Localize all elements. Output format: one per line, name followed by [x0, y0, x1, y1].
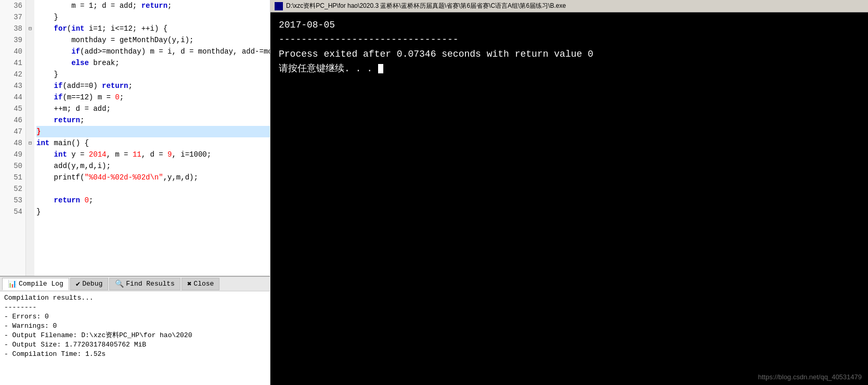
code-segment: y = — [67, 150, 89, 159]
code-segment: (add==0) — [62, 82, 102, 90]
log-line: - Compilation Time: 1.52s — [4, 350, 266, 359]
code-segment: ++m; d = add; — [36, 105, 111, 113]
code-segment: monthday = getMonthDay(y,i); — [36, 36, 193, 44]
code-segment: ; — [128, 82, 132, 90]
cursor-block — [378, 64, 383, 73]
code-content: 36373839404142434445464748495051525354 ⊟… — [0, 0, 270, 276]
code-line: for(int i=1; i<=12; ++i) { — [36, 23, 270, 34]
line-number: 50 — [0, 160, 22, 172]
code-lines: m = 1; d = add; return; } for(int i=1; i… — [34, 0, 270, 276]
line-numbers: 36373839404142434445464748495051525354 — [0, 0, 26, 276]
fold-marker — [26, 114, 34, 126]
tab-label: Close — [193, 280, 214, 288]
code-line: return; — [36, 114, 270, 126]
tab-label: Debug — [82, 280, 102, 288]
code-segment: if — [54, 93, 63, 101]
fold-marker — [26, 92, 34, 103]
code-segment: main() { — [49, 139, 89, 147]
line-number: 46 — [0, 114, 22, 126]
code-segment: ; — [167, 2, 172, 10]
code-segment: return — [102, 82, 128, 90]
line-number: 52 — [0, 183, 22, 195]
code-segment: return — [141, 2, 167, 10]
tab-icon: ✔ — [76, 279, 80, 288]
fold-marker[interactable]: ⊟ — [26, 23, 34, 34]
code-segment: ( — [67, 24, 71, 33]
fold-marker — [26, 195, 34, 206]
code-segment: ; — [80, 116, 84, 124]
console-title-icon — [275, 2, 283, 10]
code-segment: ,y,m,d); — [163, 173, 198, 182]
tab-label: Find Results — [126, 280, 175, 288]
code-line: add(y,m,d,i); — [36, 160, 270, 172]
log-line: - Warnings: 0 — [4, 322, 266, 331]
code-segment: break; — [89, 59, 120, 67]
fold-marker — [26, 149, 34, 160]
code-segment: if — [71, 47, 80, 56]
code-line: ++m; d = add; — [36, 103, 270, 114]
log-line: - Output Filename: D:\xzc资料PC_HP\for hao… — [4, 331, 266, 340]
log-content: Compilation results...--------- Errors: … — [0, 291, 270, 385]
tab-icon: ✖ — [187, 279, 191, 288]
code-line: if(m==12) m = 0; — [36, 92, 270, 103]
code-line: } — [36, 206, 270, 217]
code-segment: i=1; i<=12; ++i) { — [84, 24, 167, 33]
fold-marker — [26, 11, 34, 23]
code-segment: (m==12) m = — [62, 93, 115, 101]
tab-compile-log[interactable]: 📊Compile Log — [2, 278, 69, 290]
fold-marker — [26, 46, 34, 57]
code-line: if(add>=monthday) m = i, d = monthday, a… — [36, 46, 270, 57]
code-segment: ; — [89, 196, 93, 204]
code-segment: , m = — [106, 150, 132, 159]
code-line: m = 1; d = add; return; — [36, 0, 270, 11]
code-line — [36, 183, 270, 195]
code-segment: (add>=monthday) m = i, d = monthday, add… — [80, 47, 270, 56]
code-segment — [36, 196, 54, 204]
line-number: 49 — [0, 149, 22, 160]
fold-marker — [26, 206, 34, 217]
line-number: 38 — [0, 23, 22, 34]
code-segment: 9 — [167, 150, 172, 159]
line-number: 53 — [0, 195, 22, 206]
code-segment — [36, 116, 54, 124]
log-line: -------- — [4, 303, 266, 312]
console-line: Process exited after 0.07346 seconds wit… — [279, 47, 860, 61]
code-segment: m = 1; d = add; — [36, 2, 141, 10]
code-line: } — [36, 126, 270, 137]
code-line: monthday = getMonthDay(y,i); — [36, 34, 270, 46]
code-segment: , i=1000; — [172, 150, 212, 159]
fold-column: ⊟⊟ — [26, 0, 34, 276]
code-segment: 0 — [84, 196, 88, 204]
code-line: } — [36, 11, 270, 23]
main-area: 36373839404142434445464748495051525354 ⊟… — [0, 0, 868, 385]
watermark: https://blog.csdn.net/qq_40531479 — [758, 373, 862, 381]
fold-marker — [26, 34, 34, 46]
tab-debug[interactable]: ✔Debug — [70, 278, 108, 290]
line-number: 45 — [0, 103, 22, 114]
code-segment: printf( — [36, 173, 84, 182]
fold-marker[interactable]: ⊟ — [26, 137, 34, 149]
code-segment — [36, 47, 71, 56]
code-segment: int — [36, 139, 49, 147]
code-segment: 0 — [115, 93, 119, 101]
log-line: - Errors: 0 — [4, 312, 266, 322]
console-body: 2017-08-05------------------------------… — [270, 12, 868, 385]
console-line: 请按任意键继续. . . — [279, 61, 860, 76]
fold-marker — [26, 126, 34, 137]
line-number: 36 — [0, 0, 22, 11]
bottom-panel: 📊Compile Log✔Debug🔍Find Results✖Close Co… — [0, 276, 270, 385]
line-number: 47 — [0, 126, 22, 137]
tab-close[interactable]: ✖Close — [182, 278, 219, 290]
fold-marker — [26, 103, 34, 114]
code-segment: return — [54, 116, 80, 124]
line-number: 42 — [0, 69, 22, 80]
code-segment — [36, 82, 54, 90]
fold-marker — [26, 183, 34, 195]
fold-marker — [26, 80, 34, 92]
line-number: 40 — [0, 46, 22, 57]
tab-find-results[interactable]: 🔍Find Results — [109, 278, 180, 290]
code-segment: } — [36, 70, 58, 79]
code-segment: if — [54, 82, 63, 90]
code-segment — [36, 24, 54, 33]
line-number: 43 — [0, 80, 22, 92]
